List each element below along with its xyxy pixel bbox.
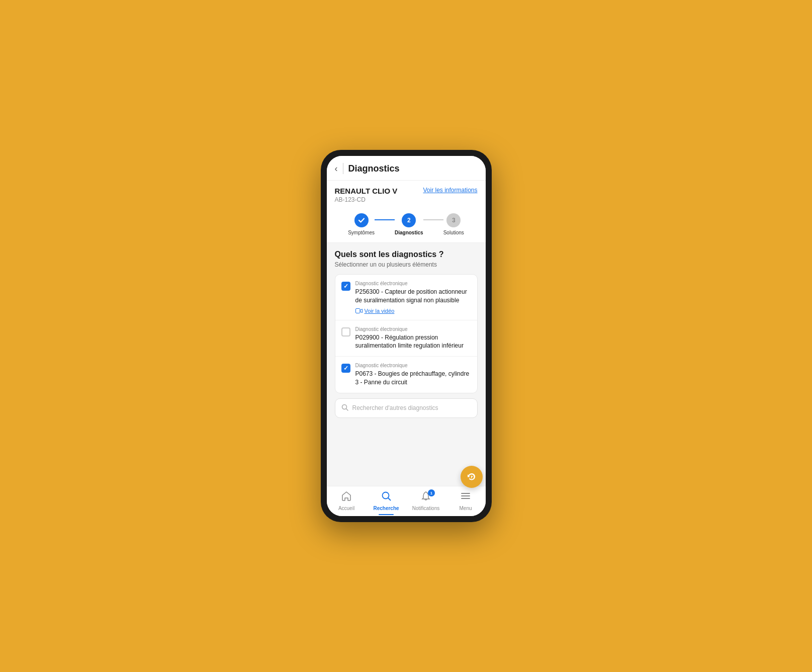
diagnostic-item-3[interactable]: ✓ Diagnostic électronique P0673 - Bougie… bbox=[335, 357, 477, 393]
step-1-circle bbox=[354, 213, 369, 227]
diagnostic-content-3: Diagnostic électronique P0673 - Bougies … bbox=[355, 363, 471, 387]
checkbox-3[interactable]: ✓ bbox=[341, 364, 350, 373]
diagnostic-card: ✓ Diagnostic électronique P256300 - Capt… bbox=[335, 274, 478, 393]
check-icon bbox=[358, 217, 365, 224]
main-content: Quels sont les diagnostics ? Sélectionne… bbox=[327, 243, 486, 486]
bell-icon: 1 bbox=[420, 490, 431, 504]
nav-notifications[interactable]: 1 Notifications bbox=[406, 490, 446, 511]
car-info-section: RENAULT CLIO V AB-123-CD Voir les inform… bbox=[327, 181, 486, 208]
connector-2-3 bbox=[423, 219, 443, 220]
diagnostic-text-2: P029900 - Régulation pression suraliment… bbox=[355, 333, 471, 351]
search-icon bbox=[341, 404, 348, 412]
progress-steps: Symptômes 2 Diagnostics 3 Solutions bbox=[327, 208, 486, 243]
checkmark-1: ✓ bbox=[343, 283, 348, 290]
page-title: Diagnostics bbox=[348, 163, 400, 174]
svg-rect-0 bbox=[355, 308, 360, 313]
connector-1-2 bbox=[375, 219, 395, 220]
fab-button[interactable] bbox=[461, 466, 483, 488]
car-name: RENAULT CLIO V bbox=[335, 187, 398, 195]
step-2-diagnostics: 2 Diagnostics bbox=[395, 213, 423, 235]
nav-menu[interactable]: Menu bbox=[446, 490, 486, 511]
header-divider bbox=[343, 163, 343, 174]
checkbox-2[interactable] bbox=[341, 327, 350, 337]
nav-menu-label: Menu bbox=[459, 506, 472, 511]
header: ‹ Diagnostics bbox=[327, 156, 486, 181]
car-details: RENAULT CLIO V AB-123-CD bbox=[335, 187, 398, 203]
voir-informations-link[interactable]: Voir les informations bbox=[423, 187, 477, 194]
nav-notifications-label: Notifications bbox=[412, 506, 439, 511]
step-2-number: 2 bbox=[407, 217, 411, 224]
diagnostic-type-2: Diagnostic électronique bbox=[355, 326, 471, 332]
section-subtitle: Sélectionner un ou plusieurs éléments bbox=[335, 261, 478, 268]
car-plate: AB-123-CD bbox=[335, 196, 398, 203]
step-3-solutions: 3 Solutions bbox=[443, 213, 464, 235]
nav-recherche[interactable]: Recherche bbox=[367, 490, 406, 511]
nav-active-bar bbox=[379, 514, 394, 515]
search-bar[interactable]: Rechercher d'autres diagnostics bbox=[335, 398, 478, 418]
video-link-label-1: Voir la vidéo bbox=[365, 308, 395, 314]
diagnostic-content-1: Diagnostic électronique P256300 - Capteu… bbox=[355, 281, 471, 314]
step-1-label: Symptômes bbox=[348, 230, 375, 235]
diagnostic-item-1[interactable]: ✓ Diagnostic électronique P256300 - Capt… bbox=[335, 275, 477, 320]
diagnostic-text-1: P256300 - Capteur de position actionneur… bbox=[355, 288, 471, 305]
step-3-label: Solutions bbox=[443, 230, 464, 235]
fab-icon bbox=[466, 471, 477, 482]
nav-accueil-label: Accueil bbox=[338, 506, 354, 511]
steps-row: Symptômes 2 Diagnostics 3 Solutions bbox=[348, 213, 464, 235]
checkmark-3: ✓ bbox=[343, 365, 348, 372]
home-icon bbox=[341, 490, 352, 504]
checkbox-1[interactable]: ✓ bbox=[341, 282, 350, 291]
nav-recherche-label: Recherche bbox=[373, 506, 399, 511]
phone-frame: ‹ Diagnostics RENAULT CLIO V AB-123-CD V… bbox=[321, 150, 492, 522]
step-3-number: 3 bbox=[452, 217, 456, 224]
section-title: Quels sont les diagnostics ? bbox=[335, 250, 478, 259]
step-1-symptomes: Symptômes bbox=[348, 213, 375, 235]
step-2-circle: 2 bbox=[402, 213, 416, 227]
menu-icon bbox=[460, 490, 471, 504]
back-button[interactable]: ‹ bbox=[335, 163, 338, 174]
step-2-label: Diagnostics bbox=[395, 230, 423, 235]
diagnostic-content-2: Diagnostic électronique P029900 - Régula… bbox=[355, 326, 471, 351]
notifications-badge: 1 bbox=[428, 489, 435, 496]
diagnostic-item-2[interactable]: Diagnostic électronique P029900 - Régula… bbox=[335, 320, 477, 357]
step-3-circle: 3 bbox=[446, 213, 461, 227]
nav-accueil[interactable]: Accueil bbox=[327, 490, 367, 511]
video-link-1[interactable]: Voir la vidéo bbox=[355, 308, 471, 314]
search-placeholder: Rechercher d'autres diagnostics bbox=[352, 404, 471, 411]
diagnostic-type-1: Diagnostic électronique bbox=[355, 281, 471, 286]
search-nav-icon bbox=[381, 490, 392, 504]
video-icon bbox=[355, 308, 363, 313]
phone-screen: ‹ Diagnostics RENAULT CLIO V AB-123-CD V… bbox=[327, 156, 486, 516]
diagnostic-type-3: Diagnostic électronique bbox=[355, 363, 471, 368]
diagnostic-text-3: P0673 - Bougies de préchauffage, cylindr… bbox=[355, 370, 471, 387]
search-svg bbox=[341, 404, 348, 411]
bottom-navigation: Accueil Recherche 1 bbox=[327, 486, 486, 516]
